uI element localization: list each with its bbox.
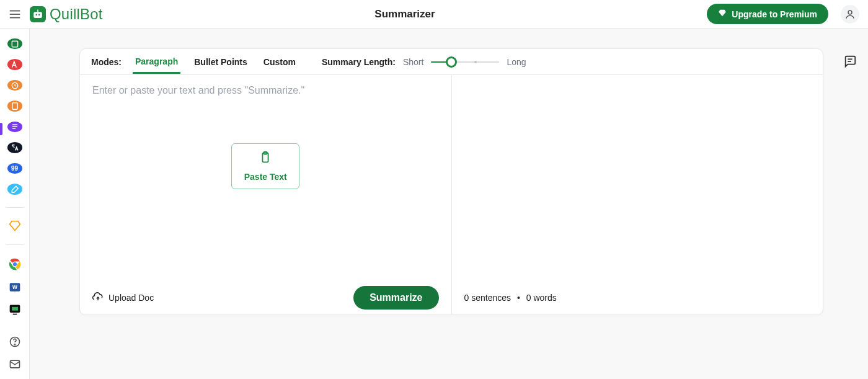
tab-paragraph[interactable]: Paragraph <box>133 50 180 74</box>
help-icon[interactable] <box>7 336 22 348</box>
short-label: Short <box>403 57 423 67</box>
summarize-button[interactable]: Summarize <box>353 286 438 310</box>
sidebar-item-plagiarism[interactable] <box>7 80 22 91</box>
upload-doc-button[interactable]: Upload Doc <box>92 292 154 305</box>
summarizer-card: Modes: Paragraph Bullet Points Custom Su… <box>79 48 823 315</box>
diamond-icon <box>718 9 727 19</box>
upload-icon <box>92 292 104 305</box>
words-label: words <box>533 293 556 303</box>
sidebar-item-word[interactable]: W <box>7 281 22 293</box>
slider-thumb-icon[interactable] <box>446 56 457 68</box>
card-header: Modes: Paragraph Bullet Points Custom Su… <box>80 49 823 75</box>
output-pane: 0 sentences • 0 words <box>451 75 823 314</box>
sidebar-item-premium[interactable] <box>7 220 22 232</box>
output-stats: 0 sentences • 0 words <box>464 293 557 303</box>
long-label: Long <box>507 57 526 67</box>
mail-icon[interactable] <box>7 358 22 370</box>
input-area[interactable]: Enter or paste your text and press "Summ… <box>80 75 451 281</box>
logo[interactable]: QuillBot <box>30 6 103 23</box>
top-bar: QuillBot Summarizer Upgrade to Premium <box>0 0 868 29</box>
upgrade-button[interactable]: Upgrade to Premium <box>707 4 828 24</box>
account-icon[interactable] <box>841 5 859 24</box>
words-count: 0 <box>526 293 531 303</box>
output-footer: 0 sentences • 0 words <box>452 281 823 314</box>
sidebar-item-chrome[interactable] <box>7 257 22 271</box>
svg-rect-20 <box>11 306 19 311</box>
modes-label: Modes: <box>91 57 122 67</box>
divider <box>6 244 24 245</box>
clipboard-icon <box>259 151 272 167</box>
logo-mark-icon <box>30 6 46 22</box>
divider <box>6 207 24 208</box>
tab-custom[interactable]: Custom <box>261 51 298 73</box>
left-sidebar: 99 W <box>0 29 30 379</box>
svg-rect-8 <box>12 41 17 47</box>
input-placeholder: Enter or paste your text and press "Summ… <box>92 85 439 96</box>
menu-icon[interactable] <box>6 6 24 23</box>
card-body: Enter or paste your text and press "Summ… <box>80 75 823 314</box>
sidebar-item-macos[interactable] <box>7 303 22 316</box>
sidebar-item-grammar[interactable] <box>7 59 22 69</box>
paste-text-label: Paste Text <box>244 172 287 182</box>
feedback-icon[interactable] <box>843 55 857 71</box>
summary-length-control: Summary Length: Short Long <box>322 57 526 67</box>
logo-text: QuillBot <box>50 6 103 23</box>
upload-doc-label: Upload Doc <box>108 293 154 303</box>
svg-point-4 <box>36 14 37 15</box>
sidebar-item-translator[interactable] <box>7 142 22 153</box>
sentences-count: 0 <box>464 293 469 303</box>
upgrade-label: Upgrade to Premium <box>732 9 817 19</box>
svg-point-23 <box>14 344 15 344</box>
page-title: Summarizer <box>109 8 701 20</box>
svg-text:W: W <box>12 284 17 290</box>
svg-rect-10 <box>12 103 17 110</box>
input-pane: Enter or paste your text and press "Summ… <box>80 75 451 314</box>
sidebar-item-summarizer[interactable] <box>7 122 22 132</box>
content: 99 W Modes: <box>0 29 868 379</box>
sidebar-item-extensions[interactable] <box>7 184 22 194</box>
output-area <box>452 75 823 281</box>
svg-rect-3 <box>33 12 42 18</box>
sidebar-item-citation[interactable]: 99 <box>7 163 22 174</box>
work-area: Modes: Paragraph Bullet Points Custom Su… <box>30 29 868 379</box>
sidebar-item-paraphraser[interactable] <box>7 38 22 49</box>
input-footer: Upload Doc Summarize <box>80 281 451 314</box>
length-slider[interactable] <box>431 58 499 66</box>
sentences-label: sentences <box>471 293 511 303</box>
sidebar-item-cowriter[interactable] <box>7 100 22 111</box>
paste-text-button[interactable]: Paste Text <box>231 143 299 189</box>
svg-point-7 <box>848 11 852 14</box>
tab-bullet-points[interactable]: Bullet Points <box>192 51 250 73</box>
active-indicator <box>0 123 2 135</box>
summary-length-label: Summary Length: <box>322 57 396 67</box>
svg-point-5 <box>38 14 40 15</box>
